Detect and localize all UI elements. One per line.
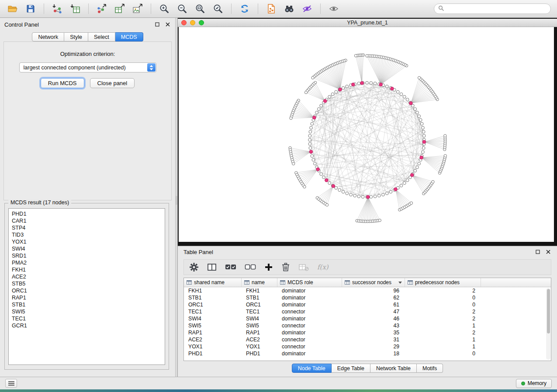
search-box[interactable] — [434, 3, 551, 14]
tab-mcds[interactable]: MCDS — [115, 32, 143, 41]
mcds-result-title: MCDS result (17 nodes) — [8, 199, 71, 206]
mcds-result-item[interactable]: TEC1 — [12, 315, 162, 322]
column-header-shared-name[interactable]: shared name — [184, 278, 242, 287]
tab-network-table[interactable]: Network Table — [370, 364, 417, 373]
table-row[interactable]: PHD1 PHD1 dominator 18 0 — [184, 350, 551, 357]
apply-layout-icon[interactable] — [238, 2, 251, 15]
cell-predecessor-nodes: 0 — [405, 350, 481, 357]
table-row[interactable]: STB1 STB1 dominator 62 0 — [184, 294, 551, 301]
import-table-icon[interactable] — [69, 2, 82, 15]
tab-network[interactable]: Network — [32, 32, 64, 41]
float-table-panel-icon[interactable] — [535, 249, 541, 255]
sort-descending-icon[interactable] — [398, 282, 402, 284]
column-header-label: shared name — [194, 279, 225, 285]
zoom-out-icon[interactable] — [176, 2, 189, 15]
float-panel-icon[interactable] — [154, 21, 160, 28]
mcds-result-item[interactable]: STB1 — [12, 301, 162, 308]
hide-graphics-details-icon[interactable] — [301, 2, 314, 15]
show-columns-icon[interactable] — [207, 261, 217, 273]
cell-shared-name: RAP1 — [184, 329, 242, 336]
mcds-result-item[interactable]: GCR1 — [12, 322, 162, 329]
select-all-icon[interactable] — [225, 261, 236, 273]
table-row[interactable]: YOX1 YOX1 connector 29 1 — [184, 343, 551, 350]
mcds-result-item[interactable]: ORC1 — [12, 287, 162, 294]
table-scrollbar[interactable] — [546, 288, 550, 360]
tab-select[interactable]: Select — [88, 32, 115, 41]
close-mcds-panel-button[interactable]: Close panel — [90, 78, 135, 88]
network-window-titlebar[interactable]: YPA_prune.txt_1 — [178, 19, 557, 27]
table-row[interactable]: TEC1 TEC1 connector 47 2 — [184, 308, 551, 315]
deselect-all-icon[interactable] — [245, 261, 256, 273]
save-session-icon[interactable] — [24, 2, 37, 15]
import-network-icon[interactable] — [51, 2, 64, 15]
export-table-icon[interactable] — [113, 2, 126, 15]
column-attribute-icon — [345, 280, 350, 285]
search-input[interactable] — [446, 6, 547, 12]
table-row[interactable]: RAP1 RAP1 dominator 35 2 — [184, 329, 551, 336]
column-attribute-icon — [187, 280, 192, 285]
mcds-result-item[interactable]: SWI4 — [12, 245, 162, 252]
network-canvas[interactable] — [179, 27, 554, 242]
network-graph — [179, 27, 554, 242]
cell-mcds-role: dominator — [277, 329, 342, 336]
export-image-icon[interactable] — [131, 2, 144, 15]
cell-name: ACE2 — [242, 336, 277, 343]
mcds-result-item[interactable]: SRD1 — [12, 252, 162, 259]
close-table-panel-icon[interactable] — [545, 249, 551, 255]
combo-stepper-icon — [147, 63, 156, 72]
close-panel-icon[interactable] — [165, 21, 171, 28]
zoom-in-icon[interactable] — [158, 2, 171, 15]
panel-menu-icon[interactable] — [5, 379, 17, 388]
run-mcds-button[interactable]: Run MCDS — [41, 78, 84, 88]
tab-edge-table[interactable]: Edge Table — [332, 364, 370, 373]
tab-style[interactable]: Style — [64, 32, 88, 41]
clone-network-icon[interactable] — [265, 2, 278, 15]
optimization-criterion-select[interactable]: largest connected component (undirected) — [19, 62, 156, 72]
cell-predecessor-nodes: 1 — [405, 343, 481, 350]
table-row[interactable]: SWI5 SWI5 connector 43 1 — [184, 322, 551, 329]
column-header-mcds-role[interactable]: MCDS role — [277, 278, 342, 287]
first-neighbors-icon[interactable] — [283, 2, 296, 15]
mcds-result-item[interactable]: CAR1 — [12, 217, 162, 224]
mcds-result-item[interactable]: RAP1 — [12, 294, 162, 301]
cell-name: STB1 — [242, 294, 277, 301]
open-file-icon[interactable] — [6, 2, 19, 15]
table-row[interactable]: FKH1 FKH1 dominator 96 2 — [184, 287, 551, 294]
mcds-result-item[interactable]: YOX1 — [12, 238, 162, 245]
mcds-result-item[interactable]: STB5 — [12, 280, 162, 287]
delete-table-icon-disabled — [298, 261, 309, 273]
control-panel-header: Control Panel — [0, 18, 175, 31]
toolbar-separator — [151, 3, 151, 14]
table-row[interactable]: ACE2 ACE2 connector 31 1 — [184, 336, 551, 343]
table-row[interactable]: SWI4 SWI4 dominator 46 2 — [184, 315, 551, 322]
mcds-result-item[interactable]: ACE2 — [12, 273, 162, 280]
mcds-result-item[interactable]: TID3 — [12, 231, 162, 238]
memory-button[interactable]: Memory — [516, 379, 552, 388]
table-scrollbar-thumb[interactable] — [547, 289, 550, 334]
table-settings-gear-icon[interactable] — [189, 261, 199, 273]
column-header-predecessor-nodes[interactable]: predecessor nodes — [405, 278, 481, 287]
mcds-result-item[interactable]: SWI5 — [12, 308, 162, 315]
mcds-result-item[interactable]: STP4 — [12, 224, 162, 231]
toolbar-separator — [320, 3, 321, 14]
add-column-icon[interactable] — [264, 261, 273, 273]
column-header-name[interactable]: name — [242, 278, 277, 287]
mcds-result-list[interactable]: PHD1CAR1STP4TID3YOX1SWI4SRD1PMA2FKH1ACE2… — [8, 208, 165, 365]
delete-column-icon[interactable] — [281, 261, 290, 273]
table-row[interactable]: ORC1 ORC1 dominator 61 0 — [184, 301, 551, 308]
export-network-icon[interactable] — [95, 2, 108, 15]
tab-motifs[interactable]: Motifs — [417, 364, 443, 373]
mcds-result-item[interactable]: PHD1 — [12, 210, 162, 217]
splitter-grip[interactable] — [176, 196, 177, 205]
mcds-result-item[interactable]: FKH1 — [12, 266, 162, 273]
cell-predecessor-nodes: 2 — [405, 315, 481, 322]
zoom-fit-icon[interactable] — [194, 2, 207, 15]
mcds-result-item[interactable]: PMA2 — [12, 259, 162, 266]
cell-mcds-role: dominator — [277, 301, 342, 308]
show-graphics-details-icon[interactable] — [327, 2, 340, 15]
cell-name: SWI5 — [242, 322, 277, 329]
zoom-selected-icon[interactable] — [211, 2, 225, 15]
column-header-successor-nodes[interactable]: successor nodes — [342, 278, 405, 287]
tab-node-table[interactable]: Node Table — [292, 364, 332, 373]
cell-predecessor-nodes: 1 — [405, 322, 481, 329]
